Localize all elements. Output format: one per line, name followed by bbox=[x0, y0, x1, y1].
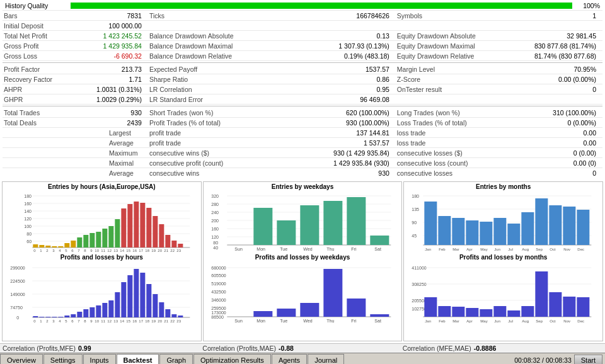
svg-rect-94 bbox=[165, 309, 170, 317]
short-trades-value: 620 (100.00%) bbox=[213, 109, 394, 117]
svg-rect-140 bbox=[323, 201, 342, 245]
svg-text:19: 19 bbox=[151, 249, 156, 253]
svg-rect-186 bbox=[466, 220, 479, 245]
net-profit-label: Total Net Profit bbox=[4, 32, 67, 40]
total-trades-value: 930 bbox=[67, 109, 147, 117]
hours-entries-title: Entries by hours (Asia,Europe,USA) bbox=[4, 183, 200, 190]
stats-area: History Quality 100% Bars 7831 Ticks 166… bbox=[0, 0, 605, 179]
hours-entries-chart: 180 160 140 120 100 80 60 bbox=[4, 193, 200, 253]
tab-journal[interactable]: Journal bbox=[308, 354, 344, 365]
svg-rect-25 bbox=[96, 232, 101, 247]
tab-optimization-results[interactable]: Optimization Results bbox=[193, 354, 271, 365]
svg-text:9: 9 bbox=[90, 249, 93, 253]
svg-text:4: 4 bbox=[59, 249, 61, 253]
svg-text:0: 0 bbox=[33, 319, 36, 323]
total-deals-value: 2439 bbox=[67, 119, 147, 127]
svg-text:1: 1 bbox=[40, 319, 42, 323]
tab-graph[interactable]: Graph bbox=[159, 354, 193, 365]
svg-text:5: 5 bbox=[65, 319, 67, 323]
max-consec-wins-row: Maximum consecutive wins ($) 930 (1 429 … bbox=[3, 148, 602, 158]
avg-consec-indent: Average bbox=[109, 169, 147, 177]
avg-profit-trade-value: 1 537.57 bbox=[212, 139, 395, 147]
max-consec-losses-label: consecutive losses ($) bbox=[397, 149, 463, 157]
weekdays-chart-panel: Entries by weekdays 320 280 240 200 160 … bbox=[203, 181, 403, 341]
svg-text:5: 5 bbox=[65, 249, 67, 253]
short-trades-label: Short Trades (won %) bbox=[149, 109, 214, 117]
gross-profit-value: 1 429 935.84 bbox=[67, 42, 147, 50]
svg-text:Aug: Aug bbox=[522, 319, 529, 323]
eq-drawdown-rel-label: Equity Drawdown Relative bbox=[397, 52, 475, 60]
svg-rect-190 bbox=[522, 212, 534, 245]
svg-text:346000: 346000 bbox=[211, 298, 226, 302]
start-button[interactable]: Start bbox=[574, 355, 602, 365]
tab-overview[interactable]: Overview bbox=[0, 354, 43, 365]
expected-payoff-value: 1537.57 bbox=[212, 65, 395, 73]
svg-text:149000: 149000 bbox=[10, 292, 25, 297]
svg-text:Apr: Apr bbox=[467, 319, 473, 323]
svg-text:160: 160 bbox=[211, 227, 219, 231]
svg-rect-96 bbox=[178, 316, 183, 317]
largest-row: Largest profit trade 137 144.81 loss tra… bbox=[3, 128, 602, 138]
svg-text:23: 23 bbox=[176, 249, 181, 253]
svg-rect-24 bbox=[89, 233, 95, 247]
svg-rect-139 bbox=[300, 205, 319, 245]
svg-text:8: 8 bbox=[84, 319, 86, 323]
svg-text:Tue: Tue bbox=[280, 319, 287, 323]
avg-consec-wins-value: 930 bbox=[212, 169, 395, 177]
svg-rect-22 bbox=[77, 237, 82, 247]
svg-text:Mon: Mon bbox=[256, 319, 265, 323]
margin-level-value: 70.95% bbox=[460, 65, 601, 73]
svg-text:3: 3 bbox=[52, 249, 55, 253]
long-trades-value: 310 (100.00%) bbox=[460, 109, 601, 117]
svg-text:May: May bbox=[481, 319, 488, 323]
svg-rect-90 bbox=[140, 273, 145, 317]
svg-text:Nov: Nov bbox=[564, 247, 571, 251]
hours-chart-panel: Entries by hours (Asia,Europe,USA) 180 1… bbox=[2, 181, 202, 341]
hq-bar-container bbox=[71, 3, 572, 9]
svg-rect-18 bbox=[52, 246, 57, 247]
svg-text:7: 7 bbox=[78, 319, 80, 323]
svg-text:200: 200 bbox=[211, 219, 219, 223]
max-consec-losses-value: 0 (0.00) bbox=[463, 149, 601, 157]
svg-rect-192 bbox=[550, 205, 562, 245]
svg-rect-185 bbox=[452, 218, 465, 245]
svg-rect-84 bbox=[102, 303, 107, 317]
svg-text:15: 15 bbox=[126, 249, 130, 253]
corr3-col: Correlation (MFE,MAE) -0.8886 bbox=[403, 344, 602, 352]
svg-rect-194 bbox=[577, 210, 590, 245]
months-profit-chart: 411000 308250 205500 102750 bbox=[405, 264, 601, 327]
svg-text:605500: 605500 bbox=[211, 273, 226, 278]
svg-text:16: 16 bbox=[132, 319, 137, 323]
svg-rect-93 bbox=[159, 302, 164, 317]
svg-rect-81 bbox=[83, 309, 88, 317]
svg-text:240: 240 bbox=[211, 210, 219, 215]
tab-backtest[interactable]: Backtest bbox=[117, 354, 159, 365]
tab-inputs[interactable]: Inputs bbox=[83, 354, 116, 365]
tab-settings[interactable]: Settings bbox=[43, 354, 83, 365]
svg-rect-34 bbox=[153, 216, 158, 247]
svg-rect-193 bbox=[563, 207, 576, 245]
divider1 bbox=[3, 62, 602, 63]
weekdays-profit-chart: 680000 605500 519000 432500 346000 25950… bbox=[205, 264, 401, 327]
hours-profit-chart: 299000 224500 149000 74750 0 bbox=[4, 264, 200, 327]
svg-text:20: 20 bbox=[158, 319, 162, 323]
svg-text:224500: 224500 bbox=[10, 279, 25, 283]
svg-rect-75 bbox=[45, 317, 50, 317]
svg-rect-20 bbox=[64, 243, 69, 247]
svg-text:205500: 205500 bbox=[412, 299, 427, 303]
svg-rect-87 bbox=[121, 282, 126, 317]
bal-drawdown-max-value: 1 307.93 (0.13%) bbox=[233, 42, 394, 50]
svg-rect-216 bbox=[439, 306, 451, 317]
svg-rect-80 bbox=[77, 312, 82, 317]
tab-agents[interactable]: Agents bbox=[272, 354, 307, 365]
largest-loss-trade-label: loss trade bbox=[397, 129, 460, 137]
svg-text:320: 320 bbox=[211, 194, 219, 198]
avg-consec-losses-label: consecutive losses bbox=[397, 169, 460, 177]
tabs-left: Overview Settings Inputs Backtest Graph … bbox=[0, 354, 345, 365]
svg-text:13: 13 bbox=[113, 249, 118, 253]
svg-text:Aug: Aug bbox=[522, 247, 529, 251]
largest-loss-trade-value: 0.00 bbox=[460, 129, 601, 137]
svg-rect-16 bbox=[39, 245, 44, 247]
gross-loss-value: -6 690.32 bbox=[67, 52, 147, 60]
svg-text:Jul: Jul bbox=[509, 319, 514, 323]
